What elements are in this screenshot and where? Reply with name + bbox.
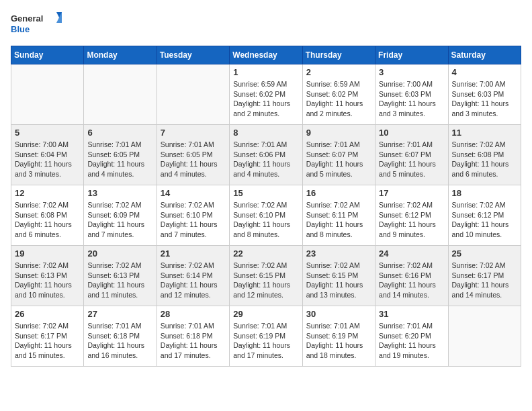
calendar-cell: 2Sunrise: 6:59 AMSunset: 6:02 PMDaylight… xyxy=(302,64,375,125)
day-number: 17 xyxy=(379,188,444,198)
calendar-cell: 30Sunrise: 7:01 AMSunset: 6:19 PMDayligh… xyxy=(302,306,375,367)
day-number: 31 xyxy=(379,309,444,319)
calendar-cell: 25Sunrise: 7:02 AMSunset: 6:17 PMDayligh… xyxy=(448,246,521,306)
calendar-cell: 13Sunrise: 7:02 AMSunset: 6:09 PMDayligh… xyxy=(84,185,157,246)
page-header: General Blue xyxy=(11,11,521,38)
calendar-header-saturday: Saturday xyxy=(448,46,521,64)
day-number: 6 xyxy=(87,128,152,138)
day-info: Sunrise: 7:00 AMSunset: 6:03 PMDaylight:… xyxy=(452,79,517,119)
day-info: Sunrise: 6:59 AMSunset: 6:02 PMDaylight:… xyxy=(233,79,298,119)
day-number: 11 xyxy=(452,128,517,138)
day-number: 4 xyxy=(452,67,517,77)
day-number: 1 xyxy=(233,67,298,77)
day-info: Sunrise: 7:02 AMSunset: 6:10 PMDaylight:… xyxy=(233,200,298,240)
day-info: Sunrise: 7:01 AMSunset: 6:18 PMDaylight:… xyxy=(87,321,152,361)
day-number: 22 xyxy=(233,248,298,259)
calendar-cell xyxy=(157,64,229,125)
calendar-cell: 16Sunrise: 7:02 AMSunset: 6:11 PMDayligh… xyxy=(302,185,375,246)
day-number: 15 xyxy=(233,188,298,198)
day-info: Sunrise: 7:00 AMSunset: 6:04 PMDaylight:… xyxy=(15,140,80,179)
calendar-cell: 6Sunrise: 7:01 AMSunset: 6:05 PMDaylight… xyxy=(84,125,157,185)
day-info: Sunrise: 7:02 AMSunset: 6:16 PMDaylight:… xyxy=(379,261,444,300)
calendar-cell xyxy=(448,306,521,367)
day-number: 29 xyxy=(233,309,298,319)
calendar-cell: 14Sunrise: 7:02 AMSunset: 6:10 PMDayligh… xyxy=(157,185,229,246)
day-info: Sunrise: 7:02 AMSunset: 6:13 PMDaylight:… xyxy=(15,261,80,300)
day-number: 24 xyxy=(379,248,444,259)
day-number: 19 xyxy=(15,248,80,259)
day-number: 2 xyxy=(306,67,371,77)
day-number: 12 xyxy=(15,188,80,198)
day-info: Sunrise: 7:01 AMSunset: 6:06 PMDaylight:… xyxy=(233,140,298,179)
calendar-cell: 12Sunrise: 7:02 AMSunset: 6:08 PMDayligh… xyxy=(11,185,84,246)
day-info: Sunrise: 7:01 AMSunset: 6:19 PMDaylight:… xyxy=(306,321,371,361)
day-number: 9 xyxy=(306,128,371,138)
day-number: 23 xyxy=(306,248,371,259)
calendar-week-row: 26Sunrise: 7:02 AMSunset: 6:17 PMDayligh… xyxy=(11,306,521,367)
day-info: Sunrise: 7:02 AMSunset: 6:17 PMDaylight:… xyxy=(15,321,80,361)
logo: General Blue xyxy=(11,11,64,38)
calendar-cell: 31Sunrise: 7:01 AMSunset: 6:20 PMDayligh… xyxy=(375,306,448,367)
day-info: Sunrise: 7:02 AMSunset: 6:14 PMDaylight:… xyxy=(161,261,226,300)
day-number: 21 xyxy=(161,248,226,259)
calendar-cell: 27Sunrise: 7:01 AMSunset: 6:18 PMDayligh… xyxy=(84,306,157,367)
calendar-header-wednesday: Wednesday xyxy=(230,46,302,64)
calendar-cell: 11Sunrise: 7:02 AMSunset: 6:08 PMDayligh… xyxy=(448,125,521,185)
day-info: Sunrise: 7:01 AMSunset: 6:05 PMDaylight:… xyxy=(87,140,152,179)
day-info: Sunrise: 7:02 AMSunset: 6:10 PMDaylight:… xyxy=(161,200,226,240)
day-number: 13 xyxy=(87,188,152,198)
day-number: 3 xyxy=(379,67,444,77)
calendar-cell: 29Sunrise: 7:01 AMSunset: 6:19 PMDayligh… xyxy=(230,306,302,367)
calendar-week-row: 19Sunrise: 7:02 AMSunset: 6:13 PMDayligh… xyxy=(11,246,521,306)
calendar-cell: 8Sunrise: 7:01 AMSunset: 6:06 PMDaylight… xyxy=(230,125,302,185)
calendar-week-row: 1Sunrise: 6:59 AMSunset: 6:02 PMDaylight… xyxy=(11,64,521,125)
day-info: Sunrise: 7:01 AMSunset: 6:05 PMDaylight:… xyxy=(161,140,226,179)
calendar-header-tuesday: Tuesday xyxy=(157,46,229,64)
day-info: Sunrise: 7:02 AMSunset: 6:15 PMDaylight:… xyxy=(306,261,371,300)
calendar-cell: 18Sunrise: 7:02 AMSunset: 6:12 PMDayligh… xyxy=(448,185,521,246)
calendar-cell: 1Sunrise: 6:59 AMSunset: 6:02 PMDaylight… xyxy=(230,64,302,125)
calendar-header-monday: Monday xyxy=(84,46,157,64)
calendar-header-sunday: Sunday xyxy=(11,46,84,64)
calendar-cell xyxy=(11,64,84,125)
day-number: 8 xyxy=(233,128,298,138)
calendar-cell: 19Sunrise: 7:02 AMSunset: 6:13 PMDayligh… xyxy=(11,246,84,306)
day-info: Sunrise: 7:02 AMSunset: 6:15 PMDaylight:… xyxy=(233,261,298,300)
calendar-cell: 4Sunrise: 7:00 AMSunset: 6:03 PMDaylight… xyxy=(448,64,521,125)
day-number: 10 xyxy=(379,128,444,138)
day-info: Sunrise: 7:02 AMSunset: 6:08 PMDaylight:… xyxy=(15,200,80,240)
day-number: 27 xyxy=(87,309,152,319)
svg-text:General: General xyxy=(11,13,43,24)
day-number: 28 xyxy=(161,309,226,319)
day-info: Sunrise: 7:01 AMSunset: 6:07 PMDaylight:… xyxy=(306,140,371,179)
calendar-cell xyxy=(84,64,157,125)
calendar-table: SundayMondayTuesdayWednesdayThursdayFrid… xyxy=(11,46,521,367)
day-number: 7 xyxy=(161,128,226,138)
calendar-cell: 23Sunrise: 7:02 AMSunset: 6:15 PMDayligh… xyxy=(302,246,375,306)
calendar-cell: 5Sunrise: 7:00 AMSunset: 6:04 PMDaylight… xyxy=(11,125,84,185)
calendar-cell: 3Sunrise: 7:00 AMSunset: 6:03 PMDaylight… xyxy=(375,64,448,125)
day-info: Sunrise: 6:59 AMSunset: 6:02 PMDaylight:… xyxy=(306,79,371,119)
day-number: 5 xyxy=(15,128,80,138)
day-info: Sunrise: 7:01 AMSunset: 6:20 PMDaylight:… xyxy=(379,321,444,361)
day-info: Sunrise: 7:02 AMSunset: 6:08 PMDaylight:… xyxy=(452,140,517,179)
svg-text:Blue: Blue xyxy=(11,24,30,34)
calendar-cell: 24Sunrise: 7:02 AMSunset: 6:16 PMDayligh… xyxy=(375,246,448,306)
day-number: 25 xyxy=(452,248,517,259)
day-info: Sunrise: 7:02 AMSunset: 6:17 PMDaylight:… xyxy=(452,261,517,300)
day-number: 26 xyxy=(15,309,80,319)
calendar-cell: 21Sunrise: 7:02 AMSunset: 6:14 PMDayligh… xyxy=(157,246,229,306)
calendar-header-friday: Friday xyxy=(375,46,448,64)
calendar-header-row: SundayMondayTuesdayWednesdayThursdayFrid… xyxy=(11,46,521,64)
day-info: Sunrise: 7:02 AMSunset: 6:13 PMDaylight:… xyxy=(87,261,152,300)
calendar-cell: 22Sunrise: 7:02 AMSunset: 6:15 PMDayligh… xyxy=(230,246,302,306)
calendar-header-thursday: Thursday xyxy=(302,46,375,64)
calendar-cell: 9Sunrise: 7:01 AMSunset: 6:07 PMDaylight… xyxy=(302,125,375,185)
day-info: Sunrise: 7:02 AMSunset: 6:12 PMDaylight:… xyxy=(379,200,444,240)
calendar-cell: 7Sunrise: 7:01 AMSunset: 6:05 PMDaylight… xyxy=(157,125,229,185)
calendar-cell: 26Sunrise: 7:02 AMSunset: 6:17 PMDayligh… xyxy=(11,306,84,367)
day-number: 18 xyxy=(452,188,517,198)
day-info: Sunrise: 7:01 AMSunset: 6:07 PMDaylight:… xyxy=(379,140,444,179)
day-number: 16 xyxy=(306,188,371,198)
calendar-week-row: 12Sunrise: 7:02 AMSunset: 6:08 PMDayligh… xyxy=(11,185,521,246)
